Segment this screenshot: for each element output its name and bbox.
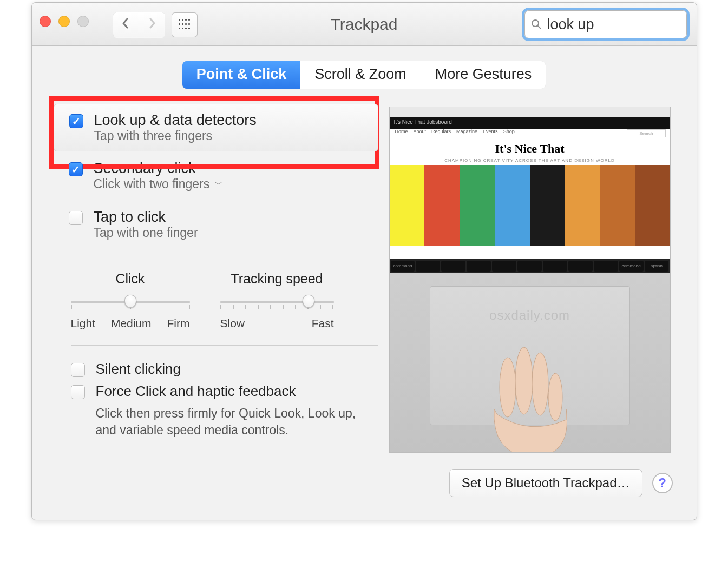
setup-bluetooth-trackpad-button[interactable]: Set Up Bluetooth Trackpad…	[449, 469, 642, 497]
svg-point-2	[500, 358, 516, 417]
tab-scroll-and-zoom[interactable]: Scroll & Zoom	[300, 61, 421, 89]
tap-to-click-subtitle: Tap with one finger	[94, 226, 198, 240]
force-click-description: Click then press firmly for Quick Look, …	[96, 405, 378, 439]
tabbar: Point & Click Scroll & Zoom More Gesture…	[32, 61, 697, 89]
advanced-options: Silent clicking Force Click and haptic f…	[54, 346, 378, 439]
search-input[interactable]	[546, 16, 697, 34]
tap-to-click-text: Tap to click Tap with one finger	[94, 209, 198, 240]
tap-to-click-title: Tap to click	[94, 209, 198, 226]
lookup-title: Look up & data detectors	[94, 112, 257, 129]
content: Look up & data detectors Tap with three …	[32, 89, 697, 466]
click-slider-block: Click Light Medium Firm	[71, 271, 190, 330]
preview-browser: It's Nice That Jobsboard HomeAboutRegula…	[390, 107, 670, 259]
preview-panel: It's Nice That Jobsboard HomeAboutRegula…	[389, 98, 675, 453]
options-panel: Look up & data detectors Tap with three …	[54, 98, 378, 453]
preview-artwork	[390, 165, 670, 246]
option-force-click[interactable]: Force Click and haptic feedback	[71, 383, 378, 400]
footer: Set Up Bluetooth Trackpad… ?	[32, 469, 697, 520]
secondary-click-checkbox[interactable]	[69, 162, 83, 176]
silent-clicking-checkbox[interactable]	[71, 363, 85, 377]
preview-watermark: osxdaily.com	[390, 308, 670, 323]
click-slider-mid: Medium	[111, 317, 152, 330]
preview-trackpad: commandcommandoption osxdaily.com	[390, 259, 670, 452]
lookup-checkbox[interactable]	[69, 114, 83, 128]
chevron-left-icon	[121, 18, 130, 29]
click-slider-high: Firm	[167, 317, 190, 330]
preview-menu: HomeAboutRegularsMagazineEventsShop	[390, 129, 520, 137]
click-slider-low: Light	[71, 317, 96, 330]
lookup-text: Look up & data detectors Tap with three …	[94, 112, 257, 143]
tap-to-click-checkbox[interactable]	[69, 211, 83, 225]
preview-tagline: CHAMPIONING CREATIVITY ACROSS THE ART AN…	[395, 158, 665, 163]
tracking-slider-label: Tracking speed	[220, 271, 334, 287]
sliders: Click Light Medium Firm Tracking speed	[54, 259, 378, 330]
preview-search: Search	[627, 129, 665, 137]
titlebar: Trackpad ✕	[32, 3, 697, 46]
option-silent-clicking[interactable]: Silent clicking	[71, 361, 378, 378]
secondary-click-subtitle-text: Click with two fingers	[94, 177, 210, 191]
minimize-window-button[interactable]	[58, 16, 70, 27]
hand-icon	[464, 344, 583, 453]
help-button[interactable]: ?	[652, 473, 673, 493]
secondary-click-subtitle[interactable]: Click with two fingers ﹀	[94, 177, 223, 191]
svg-line-1	[538, 26, 541, 29]
force-click-checkbox[interactable]	[71, 385, 85, 399]
silent-clicking-label: Silent clicking	[96, 361, 181, 378]
preferences-window: Trackpad ✕ Point & Click Scroll & Zoom M…	[31, 2, 697, 520]
tracking-slider-block: Tracking speed Slow Fast	[220, 271, 334, 330]
search-icon	[531, 19, 542, 30]
secondary-click-title: Secondary click	[94, 160, 223, 177]
window-controls	[40, 16, 89, 27]
close-window-button[interactable]	[40, 16, 51, 27]
secondary-click-text: Secondary click Click with two fingers ﹀	[94, 160, 223, 191]
tab-point-and-click[interactable]: Point & Click	[182, 61, 301, 89]
tab-more-gestures[interactable]: More Gestures	[421, 61, 546, 89]
lookup-subtitle: Tap with three fingers	[94, 129, 257, 143]
toolbar-nav	[113, 12, 198, 37]
force-click-label: Force Click and haptic feedback	[96, 383, 296, 400]
grid-icon	[179, 19, 191, 31]
svg-point-5	[548, 373, 562, 421]
gesture-preview: It's Nice That Jobsboard HomeAboutRegula…	[389, 107, 671, 453]
svg-point-0	[532, 20, 539, 27]
option-secondary-click[interactable]: Secondary click Click with two fingers ﹀	[54, 151, 378, 200]
tracking-slider-high: Fast	[312, 317, 334, 330]
svg-point-3	[515, 347, 533, 414]
preview-brand: It's Nice That	[395, 143, 665, 155]
search-field[interactable]: ✕	[524, 10, 687, 38]
tracking-slider-low: Slow	[220, 317, 245, 330]
preview-blackbar: It's Nice That Jobsboard	[390, 117, 670, 129]
svg-point-4	[532, 353, 548, 415]
selection-arrow-icon	[351, 104, 378, 151]
chevron-down-icon: ﹀	[215, 180, 222, 189]
forward-button[interactable]	[139, 12, 165, 37]
option-tap-to-click[interactable]: Tap to click Tap with one finger	[54, 200, 378, 249]
chevron-right-icon	[148, 18, 156, 29]
preview-keyboard: commandcommandoption	[390, 259, 670, 273]
show-all-button[interactable]	[172, 12, 198, 37]
option-lookup[interactable]: Look up & data detectors Tap with three …	[54, 104, 378, 151]
back-button[interactable]	[113, 12, 139, 37]
click-slider[interactable]	[71, 296, 190, 307]
click-slider-label: Click	[71, 271, 190, 287]
tracking-slider[interactable]	[220, 296, 334, 307]
zoom-window-button	[77, 16, 89, 27]
